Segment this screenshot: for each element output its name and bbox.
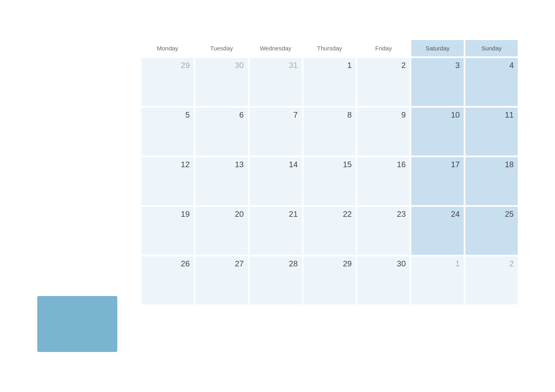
day-cell[interactable]: 30 [195,58,248,106]
day-number: 1 [415,260,460,268]
day-cell[interactable]: 30 [357,256,410,304]
calendar-grid: MondayTuesdayWednesdayThursdayFridaySatu… [141,40,518,304]
header-cell-saturday: Saturday [411,40,464,56]
header-cell-monday: Monday [141,40,194,56]
header-cell-tuesday: Tuesday [195,40,248,56]
day-cell[interactable]: 11 [465,108,518,156]
day-cell[interactable]: 10 [411,108,464,156]
left-panel [37,40,141,352]
day-cell[interactable]: 27 [195,256,248,304]
day-cell[interactable]: 21 [249,207,302,255]
day-number: 2 [361,61,406,69]
day-cell[interactable]: 19 [141,207,194,255]
day-number: 6 [199,111,244,119]
day-cell[interactable]: 3 [411,58,464,106]
day-cell[interactable]: 22 [304,207,356,255]
days-grid: 2930311234567891011121314151617181920212… [141,58,518,304]
day-number: 8 [308,111,352,119]
day-cell[interactable]: 20 [195,207,248,255]
day-number: 23 [361,210,406,218]
day-number: 2 [469,260,514,268]
day-cell[interactable]: 5 [141,108,194,156]
day-cell[interactable]: 31 [249,58,302,106]
day-number: 30 [199,61,244,69]
day-cell[interactable]: 2 [465,256,518,304]
day-cell[interactable]: 15 [304,157,356,205]
day-number: 7 [253,111,298,119]
month-badge [37,296,117,352]
week-row-2: 567891011 [141,108,518,156]
day-number: 15 [308,160,352,168]
day-cell[interactable]: 23 [357,207,410,255]
day-cell[interactable]: 26 [141,256,194,304]
day-number: 26 [145,260,190,268]
weekday-header-row: MondayTuesdayWednesdayThursdayFridaySatu… [141,40,518,56]
day-cell[interactable]: 12 [141,157,194,205]
day-number: 4 [469,61,514,69]
day-cell[interactable]: 18 [465,157,518,205]
day-cell[interactable]: 17 [411,157,464,205]
header-cell-wednesday: Wednesday [249,40,302,56]
day-number: 17 [415,160,460,168]
day-cell[interactable]: 8 [304,108,356,156]
day-number: 28 [253,260,298,268]
day-number: 1 [308,61,352,69]
day-number: 20 [199,210,244,218]
day-number: 31 [253,61,298,69]
day-number: 11 [469,111,514,119]
header-cell-thursday: Thursday [304,40,356,56]
week-row-3: 12131415161718 [141,157,518,205]
day-cell[interactable]: 29 [304,256,356,304]
day-cell[interactable]: 13 [195,157,248,205]
day-number: 21 [253,210,298,218]
day-number: 27 [199,260,244,268]
month-year-block [37,40,141,43]
day-cell[interactable]: 24 [411,207,464,255]
day-number: 10 [415,111,460,119]
day-cell[interactable]: 7 [249,108,302,156]
day-number: 12 [145,160,190,168]
day-cell[interactable]: 9 [357,108,410,156]
day-number: 19 [145,210,190,218]
day-cell[interactable]: 29 [141,58,194,106]
day-cell[interactable]: 28 [249,256,302,304]
day-cell[interactable]: 1 [304,58,356,106]
day-cell[interactable]: 2 [357,58,410,106]
day-cell[interactable]: 14 [249,157,302,205]
header-cell-friday: Friday [357,40,410,56]
day-number: 3 [415,61,460,69]
header-cell-sunday: Sunday [465,40,518,56]
day-number: 24 [415,210,460,218]
day-number: 16 [361,160,406,168]
day-number: 22 [308,210,352,218]
day-number: 25 [469,210,514,218]
day-cell[interactable]: 6 [195,108,248,156]
day-cell[interactable]: 16 [357,157,410,205]
day-number: 29 [308,260,352,268]
day-number: 18 [469,160,514,168]
day-number: 30 [361,260,406,268]
day-number: 9 [361,111,406,119]
day-number: 5 [145,111,190,119]
day-cell[interactable]: 1 [411,256,464,304]
calendar-container: MondayTuesdayWednesdayThursdayFridaySatu… [21,16,534,376]
week-row-4: 19202122232425 [141,207,518,255]
week-row-5: 262728293012 [141,256,518,304]
day-number: 29 [145,61,190,69]
day-number: 14 [253,160,298,168]
week-row-1: 2930311234 [141,58,518,106]
day-cell[interactable]: 4 [465,58,518,106]
day-number: 13 [199,160,244,168]
day-cell[interactable]: 25 [465,207,518,255]
